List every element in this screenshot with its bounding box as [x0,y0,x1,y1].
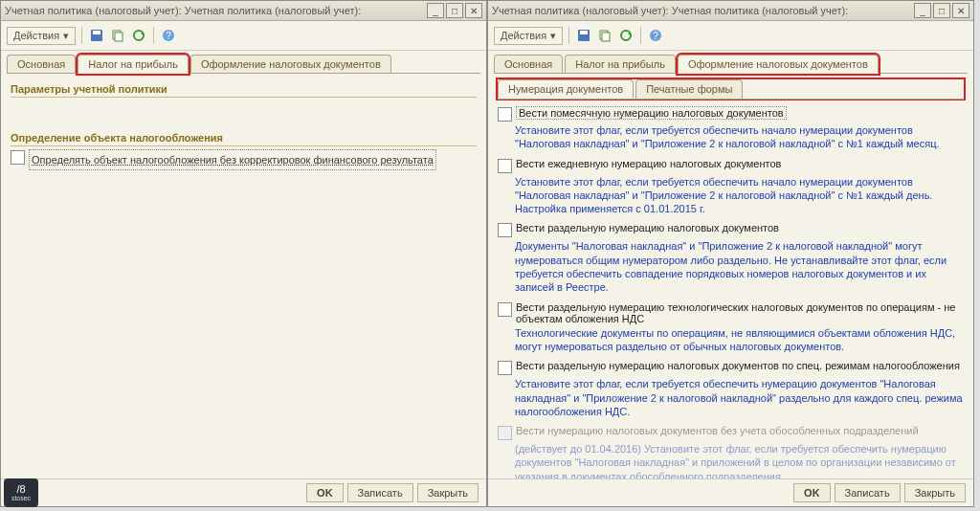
svg-rect-3 [115,33,122,41]
checkbox-special[interactable] [498,361,512,375]
opt-daily: Вести ежедневную нумерацию налоговых док… [516,158,781,169]
save-icon[interactable] [575,27,592,44]
hint-separate: Документы "Налоговая накладная" и "Прило… [498,238,964,298]
close-window-button[interactable]: ✕ [465,3,482,18]
watermark-logo: /8 stosec [4,478,38,507]
save-icon[interactable] [88,27,105,44]
tab-profit-tax[interactable]: Налог на прибыль [565,55,676,73]
option-define-object[interactable]: Определять объект налогообложения без ко… [32,150,434,169]
titlebar: Учетная политика (налоговый учет): Учетн… [488,1,973,21]
refresh-icon[interactable] [130,27,147,44]
hint-special: Установите этот флаг, если требуется обе… [498,376,964,422]
hint-daily: Установите этот флаг, если требуется обе… [498,174,964,220]
window-title: Учетная политика (налоговый учет): Учетн… [492,5,914,16]
minimize-button[interactable]: _ [914,3,931,18]
svg-rect-1 [93,31,100,34]
maximize-button[interactable]: □ [933,3,950,18]
tab-main[interactable]: Основная [7,55,76,73]
toolbar: Действия▾ ? [1,21,486,51]
svg-text:?: ? [653,31,658,41]
hint-units: (действует до 01.04.2016) Установите это… [498,441,964,478]
save-button[interactable]: Записать [835,483,901,502]
close-button[interactable]: Закрыть [904,483,966,502]
actions-dropdown[interactable]: Действия▾ [7,27,76,45]
refresh-icon[interactable] [617,27,635,44]
hint-monthly: Установите этот флаг, если требуется обе… [498,122,964,155]
tab-profit-tax[interactable]: Налог на прибыль [78,55,189,74]
opt-units: Вести нумерацию налоговых документов без… [516,425,919,436]
opt-special: Вести раздельную нумерацию налоговых док… [516,360,960,371]
minimize-button[interactable]: _ [427,3,444,18]
chevron-down-icon: ▾ [550,30,556,42]
checkbox-units [498,426,512,440]
maximize-button[interactable]: □ [446,3,463,18]
hint-tech: Технологические документы по операциям, … [498,325,964,358]
svg-point-4 [134,31,144,40]
checkbox-daily[interactable] [498,159,512,173]
main-tabs: Основная Налог на прибыль Оформление нал… [1,51,486,73]
help-icon[interactable]: ? [647,27,664,44]
section-object: Определение объекта налогообложения [11,130,477,146]
tab-main[interactable]: Основная [494,55,563,73]
svg-text:?: ? [166,31,171,41]
subtab-printforms[interactable]: Печатные формы [635,79,743,99]
checkbox-separate[interactable] [498,223,512,237]
left-window: Учетная политика (налоговый учет): Учетн… [0,0,487,507]
actions-dropdown[interactable]: Действия▾ [494,27,563,45]
tab-tax-docs[interactable]: Оформление налоговых документов [190,55,391,73]
section-params: Параметры учетной политики [11,81,477,98]
main-tabs: Основная Налог на прибыль Оформление нал… [488,51,973,73]
opt-separate: Вести раздельную нумерацию налоговых док… [516,222,779,233]
ok-button[interactable]: OK [306,483,344,502]
save-button[interactable]: Записать [347,483,413,502]
svg-rect-11 [602,33,610,41]
footer: OK Записать Закрыть [488,478,973,506]
help-icon[interactable]: ? [160,27,177,44]
opt-monthly: Вести помесячную нумерацию налоговых док… [519,107,784,119]
checkbox-define-object[interactable] [11,150,25,165]
content-left: Параметры учетной политики Определение о… [1,74,486,478]
checkbox-tech[interactable] [498,302,512,317]
subtabs-highlight: Нумерация документов Печатные формы [498,79,964,99]
footer: OK Записать Закрыть [1,478,486,506]
svg-rect-9 [580,31,588,34]
window-title: Учетная политика (налоговый учет): Учетн… [5,5,427,16]
opt-tech: Вести раздельную нумерацию технологическ… [516,301,964,324]
toolbar: Действия▾ ? [488,21,973,51]
copy-icon[interactable] [109,27,126,44]
copy-icon[interactable] [596,27,613,44]
tab-tax-docs[interactable]: Оформление налоговых документов [678,55,879,74]
titlebar: Учетная политика (налоговый учет): Учетн… [1,1,486,21]
right-window: Учетная политика (налоговый учет): Учетн… [487,0,974,507]
chevron-down-icon: ▾ [63,30,69,42]
subtab-numbering[interactable]: Нумерация документов [498,79,634,99]
close-button[interactable]: Закрыть [417,483,479,502]
close-window-button[interactable]: ✕ [952,3,969,18]
ok-button[interactable]: OK [793,483,831,502]
content-right: Вести помесячную нумерацию налоговых док… [488,100,973,478]
svg-point-12 [621,31,631,40]
checkbox-monthly[interactable] [498,107,512,122]
